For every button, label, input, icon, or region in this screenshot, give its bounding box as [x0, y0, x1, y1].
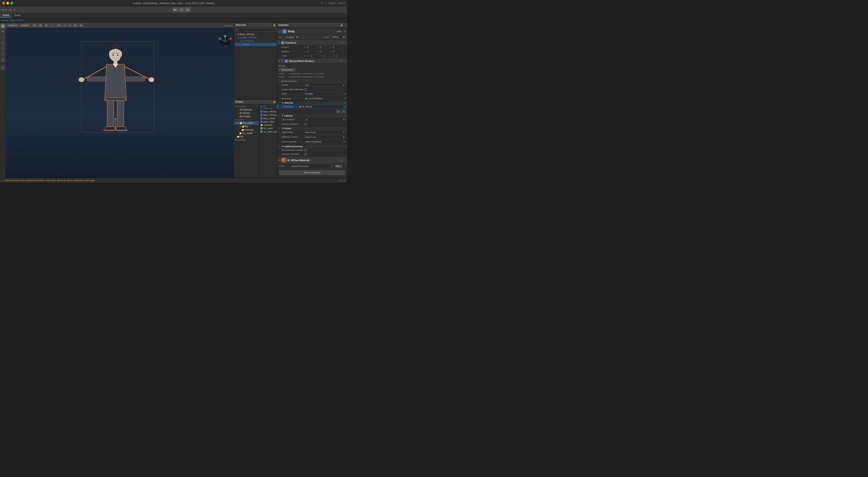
tree-favorites[interactable]: ▼Favorites — [234, 105, 259, 108]
mat-elem0-checkbox[interactable] — [282, 106, 285, 108]
inspector-lock-icon[interactable]: 🔒 — [340, 24, 343, 26]
project-file-base-vrchat-mobile[interactable]: P Base_VRChat_mobile — [259, 113, 276, 117]
position-y[interactable] — [319, 46, 330, 49]
status-icon1[interactable]: ⊛ — [340, 179, 342, 182]
skinned-motion-vectors-checkbox[interactable]: ✓ — [304, 149, 307, 151]
tree-xr[interactable]: 📁 XR — [234, 135, 259, 138]
hier-item-root[interactable]: ▼ ⊞ Base_VRChat — [235, 33, 277, 36]
tab-game[interactable]: Game — [12, 13, 23, 18]
transform-info-icon[interactable]: ? — [339, 41, 340, 44]
tree-all-materials[interactable]: ⌕All Materials — [234, 108, 259, 112]
tree-all-models[interactable]: ⌕All Models — [234, 112, 259, 115]
hierarchy-add-icon[interactable]: + — [268, 24, 269, 26]
dynamic-occlusion-checkbox[interactable]: ✓ — [304, 153, 307, 155]
viewport-canvas[interactable]: X Y < Persp — [6, 28, 234, 178]
maximize-button[interactable] — [10, 2, 13, 4]
smr-info-icon[interactable]: ? — [339, 60, 340, 62]
object-name[interactable]: Body — [288, 30, 295, 33]
material-header[interactable]: ▼ M_VRChat (Material) ? ⚙ ⋮ — [277, 157, 347, 164]
breadcrumb-scenes[interactable]: Scenes — [1, 19, 8, 22]
project-file-base-vrm1[interactable]: P Base_VRM1 — [259, 120, 276, 123]
smr-more-icon[interactable]: ⋮ — [344, 60, 346, 62]
transform-settings-icon[interactable]: ⚙ — [341, 41, 343, 44]
breadcrumb-base-vrchat[interactable]: Base_VRChat — [10, 19, 23, 22]
center-button[interactable]: Center ▼ — [7, 24, 19, 27]
root-bone-field[interactable]: root (Transform) — [304, 97, 344, 100]
tool-translate[interactable]: ↔ — [0, 35, 5, 40]
hier-item-body[interactable]: ▶ ◈ Body — [235, 43, 277, 46]
tool-rotate[interactable]: ↻ — [0, 40, 5, 46]
position-z[interactable] — [332, 46, 342, 49]
project-search-icon[interactable]: ⌕ — [268, 101, 269, 103]
project-file-base-vrm0[interactable]: P Base_VRM0 — [259, 117, 276, 120]
tool-move[interactable]: ✋ — [0, 24, 5, 28]
extras-btn[interactable]: ⊕ — [79, 24, 84, 27]
tool-rect[interactable]: ▭ — [0, 52, 5, 57]
view-options[interactable]: ☰ — [38, 24, 43, 27]
project-lock-icon[interactable]: 🔒 — [273, 101, 276, 103]
anchor-select-icon[interactable]: ⊙ — [344, 141, 346, 143]
light-probes-dropdown[interactable]: Blend Probes ▼ — [304, 130, 346, 134]
audio-btn[interactable]: ♪ — [63, 24, 67, 27]
tree-fbx[interactable]: ▼ 📁 fbx — [234, 125, 259, 128]
rotation-y[interactable] — [319, 50, 330, 53]
static-dropdown-icon[interactable]: ▼ — [344, 30, 346, 33]
hierarchy-search-input[interactable] — [235, 28, 276, 32]
status-icon2[interactable]: ⊞ — [344, 179, 345, 182]
materials-add-button[interactable]: + — [336, 110, 340, 113]
scale-z[interactable] — [336, 54, 346, 57]
render-mode[interactable]: ◈ — [44, 24, 49, 27]
edit-bounds-button[interactable]: Edit Bounds — [278, 68, 296, 72]
overlay-btn[interactable]: ⬛ — [50, 24, 55, 27]
mesh-select-icon[interactable]: ⊙ — [344, 93, 346, 95]
rotation-x[interactable] — [307, 50, 317, 53]
2d-toggle[interactable]: 2D — [56, 24, 62, 27]
project-file-materials[interactable]: 📁 materials — [259, 123, 276, 127]
mesh-field[interactable]: Body — [304, 92, 344, 96]
history-back-icon[interactable]: ◀ — [2, 8, 4, 11]
refresh-icon[interactable]: ↺ — [321, 2, 323, 4]
cloud-icon[interactable]: ☁ — [9, 8, 11, 11]
position-x[interactable] — [307, 46, 317, 49]
materials-remove-button[interactable]: − — [341, 110, 346, 113]
tree-sv-jobw2[interactable]: 📁 SV_JobW — [234, 131, 259, 135]
close-button[interactable] — [2, 2, 5, 4]
smr-header[interactable]: ▼ ✓ ⊞ Skinned Mesh Renderer ? ⚙ ⋮ — [277, 59, 347, 63]
anchor-override-field[interactable]: None (Transform) — [304, 140, 344, 144]
stats-btn[interactable]: ♯ — [68, 24, 72, 27]
layer-dropdown[interactable]: Default — [330, 35, 346, 39]
hier-item-base-vrchat[interactable]: ▼ ◈ Base_VRChat — [235, 36, 277, 39]
material-more-icon[interactable]: ⋮ — [344, 159, 346, 161]
shader-dropdown[interactable]: Hidden/lilToonOutline ▼ — [291, 165, 334, 168]
settings-icon[interactable]: ⚙ — [13, 8, 16, 11]
project-file-sv-jobw-texture1[interactable]: T SV_JobW_texture1 — [259, 130, 276, 133]
shader-more-icon[interactable]: ⋮ — [344, 165, 346, 167]
shader-edit-button[interactable]: Edit... — [335, 165, 342, 168]
smr-settings-icon[interactable]: ⚙ — [341, 60, 343, 62]
tool-scale[interactable]: ⤢ — [0, 46, 5, 51]
root-bone-select-icon[interactable]: ⊙ — [344, 97, 346, 100]
tool-custom1[interactable]: ⊛ — [0, 65, 5, 70]
quality-dropdown[interactable]: Auto ▼ — [304, 83, 346, 87]
transform-header[interactable]: ▼ ⊕ Transform ? ⚙ ⋮ — [277, 40, 347, 45]
cast-shadows-dropdown[interactable]: On ▼ — [304, 118, 346, 121]
material-settings-icon[interactable]: ⚙ — [341, 159, 343, 161]
receive-shadows-checkbox[interactable]: ✓ — [304, 123, 307, 125]
project-menu-icon[interactable]: ⋮ — [270, 101, 272, 103]
project-add-icon[interactable]: + — [266, 101, 267, 103]
tree-assets[interactable]: ▼Assets — [234, 118, 259, 121]
add-component-button[interactable]: Add Component — [279, 170, 345, 175]
orientation-gizmo[interactable]: X Y < Persp — [218, 35, 232, 49]
inspector-menu-icon[interactable]: ⋮ — [344, 24, 346, 26]
search-icon[interactable]: ⌕ — [325, 2, 327, 4]
scale-y[interactable] — [322, 54, 333, 57]
tag-dropdown[interactable]: Untagged — [283, 35, 299, 39]
hier-item-armature[interactable]: ▶ ◈ Armature — [235, 39, 277, 43]
project-file-sv-jobw[interactable]: M SV_JobW — [259, 127, 276, 130]
grid-toggle[interactable]: ⊞ — [32, 24, 37, 27]
history-fwd-icon[interactable]: ▶ — [5, 8, 7, 11]
material-info-icon[interactable]: ? — [339, 159, 340, 161]
play-button[interactable]: ▶ — [173, 7, 178, 12]
minimize-button[interactable] — [6, 2, 9, 4]
gizmos-btn[interactable]: ⊛ — [73, 24, 78, 27]
